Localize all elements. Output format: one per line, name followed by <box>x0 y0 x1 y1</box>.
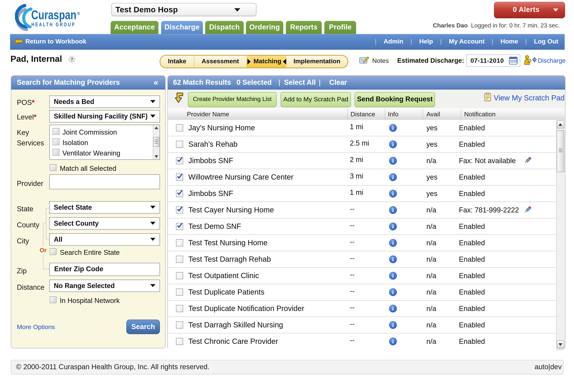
svg-text:HEALTH GROUP: HEALTH GROUP <box>31 21 76 27</box>
svg-text:Curaspan: Curaspan <box>31 8 76 22</box>
svg-text:®: ® <box>77 11 80 16</box>
